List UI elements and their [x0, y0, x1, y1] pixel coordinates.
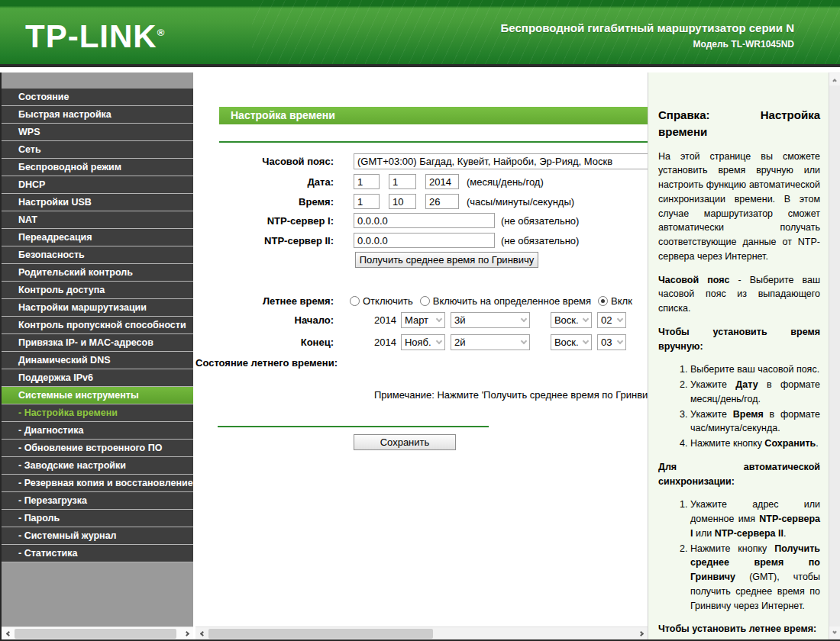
sidebar-item[interactable]: - Системный журнал: [2, 527, 193, 545]
sidebar-item[interactable]: Настройки USB: [2, 194, 193, 211]
date-month-input[interactable]: [354, 174, 380, 189]
optional-hint: (не обязательно): [501, 215, 579, 227]
sidebar-item[interactable]: - Обновление встроенного ПО: [2, 440, 193, 457]
dst-end-month-select[interactable]: Нояб.: [401, 334, 445, 350]
help-heading: Чтобы установить летнее время:: [658, 622, 820, 636]
help-list-item: Укажите Время в формате час/минута/секун…: [690, 407, 820, 436]
help-paragraph: На этой странице вы сможете установить в…: [658, 150, 820, 264]
product-title: Беспроводной гигабитный маршрутизатор се…: [501, 21, 794, 34]
sidebar-scrollbar-thumb[interactable]: [15, 629, 176, 639]
sidebar: СостояниеБыстрая настройкаWPSСетьБеспров…: [2, 72, 193, 641]
date-day-input[interactable]: [389, 174, 416, 189]
dst-option-label: Включить на определенное время: [433, 295, 591, 307]
dst-option-disable[interactable]: Отключить: [350, 295, 413, 307]
radio-icon[interactable]: [420, 296, 430, 306]
sidebar-item[interactable]: Переадресация: [2, 229, 193, 246]
scroll-down-arrow-icon[interactable]: [829, 627, 840, 639]
sidebar-item[interactable]: Динамический DNS: [2, 352, 193, 369]
registered-mark: ®: [157, 27, 166, 38]
scroll-right-arrow-icon[interactable]: [181, 627, 193, 640]
scroll-left-arrow-icon[interactable]: [2, 627, 14, 640]
date-format-hint: (месяц/день/год): [467, 176, 544, 188]
timezone-select[interactable]: (GMT+03:00) Багдад, Кувейт, Найроби, Эр-…: [354, 153, 648, 169]
dst-start-week-select[interactable]: 3й: [451, 312, 530, 328]
dst-end-year: 2014: [374, 337, 396, 348]
save-button[interactable]: Сохранить: [354, 434, 456, 450]
sidebar-item[interactable]: Системные инструменты: [2, 387, 193, 404]
dst-start-day-select[interactable]: Воск.: [551, 312, 592, 328]
optional-hint: (не обязательно): [501, 235, 579, 246]
dst-start-row: Начало: 2014 Март 3й Воск. 02: [195, 311, 648, 328]
sidebar-item[interactable]: - Заводские настройки: [2, 457, 193, 475]
dst-option-enable[interactable]: Вклк: [598, 295, 632, 307]
main-horizontal-scrollbar[interactable]: [195, 627, 648, 639]
help-list-item: Нажмите кнопку Получить среднее время по…: [690, 542, 820, 614]
time-minutes-input[interactable]: [389, 194, 416, 209]
sidebar-item[interactable]: - Перезагрузка: [2, 492, 193, 510]
date-row: Дата: (месяц/день/год): [195, 173, 648, 190]
help-heading: Чтобы установить время вручную:: [658, 325, 820, 354]
sidebar-item[interactable]: - Статистика: [2, 545, 193, 562]
dst-start-hour-select[interactable]: 02: [597, 312, 626, 328]
dst-option-label: Отключить: [363, 295, 413, 307]
sidebar-menu: СостояниеБыстрая настройкаWPSСетьБеспров…: [2, 72, 193, 562]
sidebar-item[interactable]: Контроль доступа: [2, 282, 193, 299]
ntp-server-1-row: NTP-сервер I: (не обязательно): [195, 212, 648, 229]
help-list: Укажите адрес или доменное имя NTP-серве…: [658, 498, 820, 613]
main-scrollbar-thumb[interactable]: [208, 629, 433, 639]
sidebar-item[interactable]: - Диагностика: [2, 422, 193, 440]
date-year-input[interactable]: [425, 174, 459, 189]
sidebar-item[interactable]: Быстрая настройка: [2, 106, 193, 124]
help-vertical-scrollbar[interactable]: [829, 72, 840, 639]
sidebar-item[interactable]: - Настройка времени: [2, 404, 193, 422]
dst-status-row: Состояние летнего времени:: [195, 354, 648, 371]
sidebar-item[interactable]: Настройки маршрутизации: [2, 299, 193, 317]
sidebar-item[interactable]: DHCP: [2, 176, 193, 194]
chevron-down-icon: [521, 316, 527, 322]
help-list-item: Выберите ваш часовой пояс.: [690, 362, 820, 377]
dst-end-label: Конец:: [195, 337, 334, 348]
sidebar-horizontal-scrollbar[interactable]: [2, 627, 193, 639]
date-label: Дата:: [195, 176, 334, 188]
help-list-item: Укажите Дату в формате месяц/день/год.: [690, 378, 820, 407]
model-label: Модель TL-WR1045ND: [501, 39, 794, 50]
chevron-down-icon: [436, 338, 442, 344]
dst-option-enable-period[interactable]: Включить на определенное время: [420, 295, 591, 307]
sidebar-item[interactable]: Родительский контроль: [2, 264, 193, 282]
radio-icon[interactable]: [350, 296, 360, 306]
get-gmt-button[interactable]: Получить среднее время по Гринвичу: [355, 252, 538, 268]
sidebar-item[interactable]: Контроль пропускной способности: [2, 317, 193, 334]
sidebar-item[interactable]: Привязка IP- и MAC-адресов: [2, 334, 193, 352]
sidebar-item[interactable]: Безопасность: [2, 246, 193, 264]
sidebar-item[interactable]: NAT: [2, 211, 193, 229]
dst-end-row: Конец: 2014 Нояб. 2й Воск. 03: [195, 333, 648, 350]
dst-end-hour-select[interactable]: 03: [597, 334, 626, 350]
scroll-left-arrow-icon[interactable]: [195, 627, 208, 640]
ntp-server-1-label: NTP-сервер I:: [195, 215, 334, 227]
time-seconds-input[interactable]: [425, 194, 459, 209]
time-hours-input[interactable]: [354, 194, 380, 209]
ntp-server-2-input[interactable]: [354, 233, 495, 248]
radio-checked-icon[interactable]: [598, 296, 608, 306]
scroll-right-arrow-icon[interactable]: [635, 627, 648, 640]
sidebar-item[interactable]: WPS: [2, 124, 193, 141]
ntp-server-2-row: NTP-сервер II: (не обязательно): [195, 232, 648, 249]
sidebar-item[interactable]: - Пароль: [2, 510, 193, 527]
chevron-down-icon: [521, 338, 527, 344]
time-row: Время: (часы/минуты/секунды): [195, 193, 648, 210]
sidebar-item[interactable]: Поддержка IPv6: [2, 369, 193, 387]
help-heading: Для автоматической синхронизации:: [658, 460, 820, 489]
ntp-server-2-label: NTP-сервер II:: [195, 235, 334, 246]
scroll-up-arrow-icon[interactable]: [829, 73, 840, 85]
help-list: Выберите ваш часовой пояс.Укажите Дату в…: [658, 362, 820, 451]
sidebar-item[interactable]: Беспроводной режим: [2, 159, 193, 176]
dst-end-day-select[interactable]: Воск.: [551, 334, 592, 350]
dst-end-week-select[interactable]: 2й: [451, 334, 530, 350]
sidebar-item[interactable]: - Резервная копия и восстановление: [2, 475, 193, 492]
dst-start-month-select[interactable]: Март: [401, 312, 445, 328]
ntp-server-1-input[interactable]: [354, 213, 495, 228]
help-content: На этой странице вы сможете установить в…: [658, 150, 820, 641]
sidebar-item[interactable]: Состояние: [2, 89, 193, 106]
timezone-value: (GMT+03:00) Багдад, Кувейт, Найроби, Эр-…: [357, 156, 612, 167]
sidebar-item[interactable]: Сеть: [2, 141, 193, 159]
